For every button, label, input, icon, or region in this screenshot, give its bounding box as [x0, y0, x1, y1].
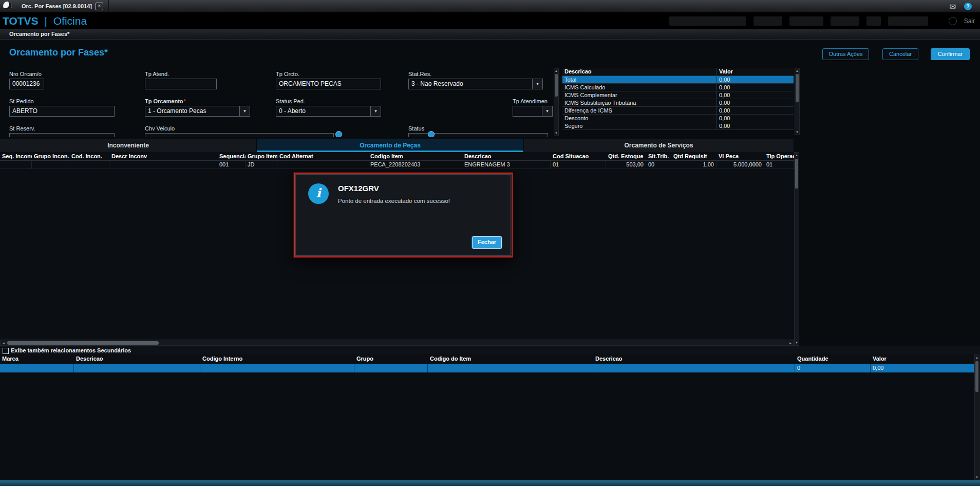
input-value: ORCAMENTO PECAS [279, 80, 342, 87]
field-label: Tp Atendimen [513, 98, 553, 104]
tp-atend-input[interactable] [145, 79, 217, 89]
horizontal-scrollbar[interactable]: ◄ ► [0, 340, 794, 346]
scroll-up-arrow[interactable]: ▲ [795, 153, 799, 158]
lookup-icon[interactable] [428, 131, 435, 137]
info-icon: i [308, 183, 329, 204]
summary-scrollbar[interactable]: ▲ ▼ [795, 68, 800, 135]
redacted-menu-item[interactable] [831, 16, 859, 26]
close-tab-icon[interactable]: × [96, 3, 103, 10]
help-icon[interactable]: ? [964, 3, 972, 10]
totvs-logo-icon [3, 2, 12, 10]
column-header: Valor [871, 354, 974, 364]
breadcrumb-label: Orcamento por Fases* [9, 31, 69, 37]
table-cell: 1,00 [671, 161, 717, 169]
form-scrollbar[interactable]: ▲ ▼ [554, 68, 559, 136]
secondary-relations-checkbox[interactable] [3, 348, 9, 354]
scroll-up-arrow[interactable]: ▲ [554, 68, 558, 73]
dialog-message: Ponto de entrada executado com sucesso! [338, 198, 450, 204]
table-row[interactable]: Desconto0,00 [562, 115, 794, 122]
chevron-down-icon[interactable]: ▾ [239, 106, 250, 116]
table-row[interactable]: ICMS Complementar0,00 [562, 91, 794, 99]
scroll-down-arrow[interactable]: ▼ [795, 129, 799, 135]
redacted-menu-item[interactable] [866, 16, 881, 26]
tab-orcamento-de-pecas[interactable]: Orcamento de Peças [257, 139, 524, 152]
confirmar-button[interactable]: Confirmar [931, 48, 970, 60]
redacted-menu-item[interactable] [888, 16, 928, 26]
scrollbar-thumb[interactable] [7, 341, 159, 345]
field-chv-veiculo: Chv Veiculo [145, 125, 334, 137]
app-name: Oficina [53, 15, 87, 27]
tp-orcto-input[interactable]: ORCAMENTO PECAS [276, 79, 381, 89]
table-cell: ICMS Substituição Tributária [562, 99, 717, 106]
user-icon [949, 17, 957, 25]
table-cell: 01 [764, 161, 794, 169]
fechar-button[interactable]: Fechar [472, 236, 502, 249]
outras-acoes-button[interactable]: Outras Ações [822, 48, 869, 60]
tab-orcamento-de-servicos[interactable]: Orcamento de Serviços [524, 139, 794, 152]
brand-name: TOTVS [3, 15, 39, 27]
scrollbar-thumb[interactable] [796, 74, 799, 102]
bottom-grid-scrollbar[interactable]: ▲ ▼ [974, 354, 979, 480]
scroll-down-arrow[interactable]: ▼ [975, 475, 979, 480]
redacted-menu-item[interactable] [753, 16, 782, 26]
table-row[interactable]: 00,00 [0, 364, 974, 372]
table-cell [69, 161, 109, 169]
scrollbar-thumb[interactable] [975, 361, 978, 392]
chevron-down-icon[interactable]: ▾ [542, 106, 552, 116]
redacted-menu-item[interactable] [789, 16, 823, 26]
cancelar-button[interactable]: Cancelar [882, 48, 918, 60]
field-label: Tp Atend. [145, 71, 217, 77]
table-cell: 5.000,0000 [717, 161, 764, 169]
tp-orcamento-select[interactable]: 1 - Orcamento Pecas ▾ [145, 106, 250, 117]
st-pedido-input[interactable]: ABERTO [9, 106, 115, 117]
table-cell: 0,00 [717, 107, 794, 114]
table-cell: 0,00 [717, 122, 794, 129]
status-ped-select[interactable]: 0 - Aberto ▾ [276, 106, 381, 117]
scrollbar-thumb[interactable] [795, 159, 798, 189]
tab-inconveniente[interactable]: Inconveniente [0, 139, 257, 152]
nro-orcam-input[interactable]: 00001236 [9, 79, 44, 89]
table-row[interactable]: ICMS Calculado0,00 [562, 84, 794, 91]
table-cell: 0,00 [871, 364, 974, 372]
table-row[interactable]: Seguro0,00 [562, 122, 794, 130]
table-row[interactable]: ICMS Substituição Tributária0,00 [562, 99, 794, 107]
message-dialog: i OFX12GRV Ponto de entrada executado co… [294, 173, 513, 257]
table-row[interactable]: Diferença de ICMS0,00 [562, 107, 794, 115]
stat-res-select[interactable]: 3 - Nao Reservado ▾ [408, 79, 543, 89]
scroll-right-arrow[interactable]: ► [787, 340, 794, 345]
scrollbar-thumb[interactable] [555, 74, 558, 97]
redacted-menu-item[interactable] [669, 16, 746, 26]
mail-icon[interactable]: ✉ [949, 3, 956, 10]
field-tp-orcto: Tp Orcto. ORCAMENTO PECAS [276, 71, 381, 89]
chv-veiculo-input[interactable] [145, 133, 334, 137]
table-cell [354, 364, 428, 372]
table-row[interactable]: 001JDPECA_2208202403ENGRENAGEM 301503,00… [0, 161, 794, 169]
required-marker: * [184, 98, 186, 104]
scroll-left-arrow[interactable]: ◄ [1, 340, 7, 345]
sair-link[interactable]: Sair [964, 17, 975, 25]
table-header-row: DescricaoValor [562, 68, 794, 76]
table-cell [74, 364, 200, 372]
grid-scrollbar[interactable]: ▲ ▼ [794, 152, 799, 346]
table-cell [0, 364, 74, 372]
table-cell [200, 364, 354, 372]
table-row[interactable]: Total0,00 [562, 76, 794, 84]
table-cell [109, 161, 217, 169]
summary-table: DescricaoValorTotal0,00ICMS Calculado0,0… [562, 68, 794, 130]
column-header: Descricao [593, 354, 795, 364]
lookup-icon[interactable] [335, 131, 342, 137]
chevron-down-icon[interactable]: ▾ [532, 79, 542, 89]
chevron-down-icon[interactable]: ▾ [370, 106, 381, 116]
table-cell: Desconto [562, 115, 717, 122]
scroll-down-arrow[interactable]: ▼ [795, 340, 799, 345]
st-reserv-input[interactable] [9, 133, 115, 137]
column-header: Codigo do Item [428, 354, 593, 364]
breadcrumb: Orcamento por Fases* [0, 29, 980, 40]
table-cell: 0,00 [717, 76, 794, 83]
scroll-up-arrow[interactable]: ▲ [795, 68, 799, 73]
window-tab[interactable]: Orc. Por Fases [02.9.0014] × [16, 0, 109, 12]
tp-atendimen-select[interactable]: ▾ [513, 106, 553, 117]
column-header: Descricao [562, 68, 717, 76]
scroll-up-arrow[interactable]: ▲ [975, 355, 979, 360]
scroll-down-arrow[interactable]: ▼ [554, 130, 558, 136]
